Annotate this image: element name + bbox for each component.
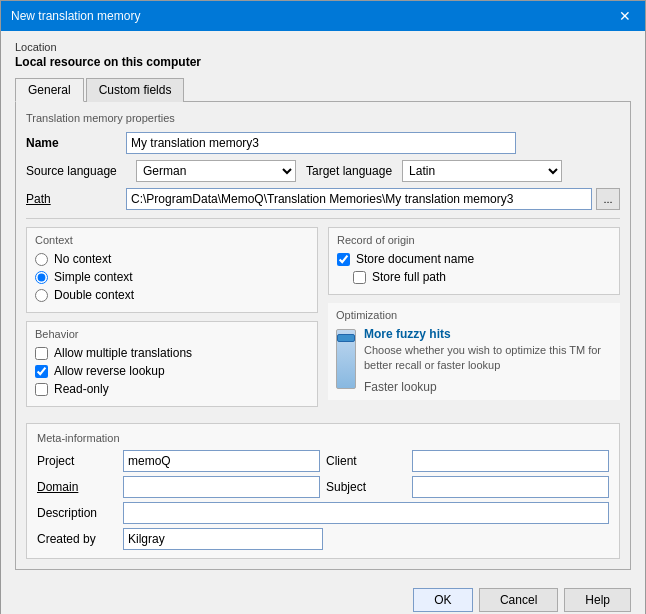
path-label: Path (26, 192, 126, 206)
opt-text-col: More fuzzy hits Choose whether you wish … (364, 327, 612, 394)
source-language-label: Source language (26, 164, 126, 178)
description-label: Description (37, 506, 117, 520)
created-by-input[interactable] (123, 528, 323, 550)
record-of-origin-box: Record of origin Store document name Sto… (328, 227, 620, 295)
path-row: Path ... (26, 188, 620, 210)
close-button[interactable]: ✕ (615, 7, 635, 25)
footer: OK Cancel Help (1, 580, 645, 614)
store-full-path-row: Store full path (337, 270, 611, 284)
store-full-path-checkbox[interactable] (353, 271, 366, 284)
allow-reverse-label: Allow reverse lookup (54, 364, 165, 378)
behavior-box: Behavior Allow multiple translations All… (26, 321, 318, 407)
store-full-path-label: Store full path (372, 270, 446, 284)
left-column: Context No context Simple context Double… (26, 227, 318, 415)
tm-properties-label: Translation memory properties (26, 112, 620, 124)
created-by-row: Created by (37, 528, 609, 550)
created-by-label: Created by (37, 532, 117, 546)
read-only-row: Read-only (35, 382, 309, 396)
faster-lookup-label: Faster lookup (364, 380, 612, 394)
divider1 (26, 218, 620, 219)
description-input[interactable] (123, 502, 609, 524)
path-input[interactable] (126, 188, 592, 210)
right-column: Record of origin Store document name Sto… (328, 227, 620, 415)
allow-multiple-row: Allow multiple translations (35, 346, 309, 360)
slider-col (336, 327, 356, 389)
project-label: Project (37, 454, 117, 468)
tab-general[interactable]: General (15, 78, 84, 102)
simple-context-radio[interactable] (35, 271, 48, 284)
allow-reverse-checkbox[interactable] (35, 365, 48, 378)
optimization-box: Optimization More fuzzy hits Choose whet… (328, 303, 620, 400)
new-translation-memory-dialog: New translation memory ✕ Location Local … (0, 0, 646, 614)
allow-multiple-label: Allow multiple translations (54, 346, 192, 360)
more-fuzzy-hits-label: More fuzzy hits (364, 327, 612, 341)
client-label: Client (326, 454, 406, 468)
language-row: Source language German Target language L… (26, 160, 620, 182)
target-language-label: Target language (306, 164, 392, 178)
name-input[interactable] (126, 132, 516, 154)
double-context-radio[interactable] (35, 289, 48, 302)
optimization-slider-row: More fuzzy hits Choose whether you wish … (336, 327, 612, 394)
client-input[interactable] (412, 450, 609, 472)
created-by-container (123, 528, 609, 550)
project-input[interactable] (123, 450, 320, 472)
allow-reverse-row: Allow reverse lookup (35, 364, 309, 378)
general-panel: Translation memory properties Name Sourc… (15, 101, 631, 570)
no-context-radio[interactable] (35, 253, 48, 266)
source-language-select[interactable]: German (136, 160, 296, 182)
target-language-select[interactable]: Latin (402, 160, 562, 182)
read-only-label: Read-only (54, 382, 109, 396)
meta-grid: Project Client Domain Subject (37, 450, 609, 498)
allow-multiple-checkbox[interactable] (35, 347, 48, 360)
double-context-label: Double context (54, 288, 134, 302)
name-row: Name (26, 132, 620, 154)
simple-context-label: Simple context (54, 270, 133, 284)
slider-thumb[interactable] (337, 334, 355, 342)
tab-custom-fields[interactable]: Custom fields (86, 78, 185, 102)
optimization-title: Optimization (336, 309, 612, 321)
subject-label: Subject (326, 480, 406, 494)
name-label: Name (26, 136, 126, 150)
optimization-desc: Choose whether you wish to optimize this… (364, 343, 612, 374)
context-title: Context (35, 234, 309, 246)
domain-input[interactable] (123, 476, 320, 498)
tabs: General Custom fields (15, 77, 631, 101)
store-doc-name-checkbox[interactable] (337, 253, 350, 266)
dialog-body: Location Local resource on this computer… (1, 31, 645, 580)
read-only-checkbox[interactable] (35, 383, 48, 396)
description-row: Description (37, 502, 609, 524)
cancel-button[interactable]: Cancel (479, 588, 558, 612)
options-columns: Context No context Simple context Double… (26, 227, 620, 415)
location-value: Local resource on this computer (15, 55, 631, 69)
meta-title: Meta-information (37, 432, 609, 444)
ok-button[interactable]: OK (413, 588, 473, 612)
behavior-title: Behavior (35, 328, 309, 340)
context-box: Context No context Simple context Double… (26, 227, 318, 313)
dialog-title: New translation memory (11, 9, 140, 23)
store-doc-name-label: Store document name (356, 252, 474, 266)
subject-input[interactable] (412, 476, 609, 498)
browse-button[interactable]: ... (596, 188, 620, 210)
double-context-row: Double context (35, 288, 309, 302)
domain-label: Domain (37, 480, 117, 494)
simple-context-row: Simple context (35, 270, 309, 284)
location-label: Location (15, 41, 631, 53)
meta-section: Meta-information Project Client Domain S… (26, 423, 620, 559)
store-doc-name-row: Store document name (337, 252, 611, 266)
titlebar: New translation memory ✕ (1, 1, 645, 31)
no-context-row: No context (35, 252, 309, 266)
record-of-origin-title: Record of origin (337, 234, 611, 246)
no-context-label: No context (54, 252, 111, 266)
path-container: ... (126, 188, 620, 210)
help-button[interactable]: Help (564, 588, 631, 612)
slider-track[interactable] (336, 329, 356, 389)
